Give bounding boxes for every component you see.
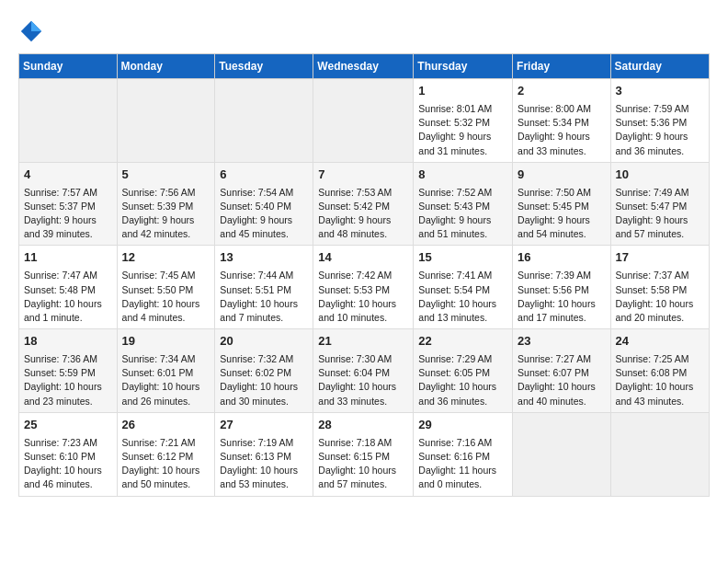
calendar-cell: 16Sunrise: 7:39 AMSunset: 5:56 PMDayligh… [513,246,611,329]
day-number: 25 [24,417,112,434]
day-number: 21 [318,333,408,350]
day-info-line: Sunset: 6:01 PM [122,366,210,380]
day-info-line: and 51 minutes. [418,227,507,241]
day-info-line: Daylight: 10 hours [318,297,408,311]
day-info-line: Daylight: 10 hours [220,297,308,311]
day-info-line: Sunset: 5:42 PM [318,200,408,213]
day-info-line: and 48 minutes. [318,227,408,241]
calendar-week-row: 1Sunrise: 8:01 AMSunset: 5:32 PMDaylight… [19,79,710,163]
day-info-line: Sunrise: 7:59 AM [616,102,704,116]
day-info-line: and 36 minutes. [616,144,704,158]
day-number: 18 [24,333,112,350]
day-info-line: and 20 minutes. [616,311,704,325]
calendar-cell: 22Sunrise: 7:29 AMSunset: 6:05 PMDayligh… [414,329,513,413]
calendar-cell: 19Sunrise: 7:34 AMSunset: 6:01 PMDayligh… [117,329,215,413]
day-info-line: Daylight: 10 hours [122,464,210,477]
day-info-line: and 53 minutes. [220,477,308,491]
day-number: 5 [122,167,210,184]
calendar-cell: 23Sunrise: 7:27 AMSunset: 6:07 PMDayligh… [513,329,611,413]
day-info-line: and 45 minutes. [220,227,308,241]
day-info-line: Sunset: 5:56 PM [518,283,606,297]
day-info-line: Sunset: 5:32 PM [418,116,507,130]
day-number: 22 [418,333,507,350]
day-info-line: Sunrise: 7:23 AM [24,436,112,450]
day-info-line: Sunset: 6:04 PM [318,366,408,380]
day-info-line: Daylight: 10 hours [518,297,606,311]
day-info-line: Sunrise: 7:47 AM [24,269,112,282]
day-info-line: Sunset: 5:54 PM [418,283,507,297]
day-info-line: and 30 minutes. [220,395,308,408]
day-info-line: Daylight: 9 hours [518,130,606,144]
day-info-line: Sunset: 5:37 PM [24,200,112,213]
day-info-line: Daylight: 10 hours [220,464,308,477]
calendar-cell: 27Sunrise: 7:19 AMSunset: 6:13 PMDayligh… [215,412,313,496]
day-info-line: Daylight: 10 hours [24,297,112,311]
day-info-line: Daylight: 9 hours [122,213,210,227]
day-info-line: Daylight: 10 hours [122,380,210,394]
day-info-line: and 33 minutes. [318,395,408,408]
day-info-line: Sunrise: 7:39 AM [518,269,606,282]
day-info-line: Sunset: 6:05 PM [418,366,507,380]
day-info-line: Sunrise: 8:00 AM [518,102,606,116]
day-info-line: Sunrise: 7:50 AM [518,186,606,200]
day-info-line: Sunrise: 7:53 AM [318,186,408,200]
day-info-line: Sunrise: 7:42 AM [318,269,408,282]
day-info-line: Sunrise: 8:01 AM [418,102,507,116]
day-number: 26 [122,417,210,434]
day-number: 14 [318,249,408,267]
day-info-line: Daylight: 10 hours [418,297,507,311]
day-info-line: Sunrise: 7:41 AM [418,269,507,282]
day-info-line: Daylight: 10 hours [24,380,112,394]
day-info-line: Sunrise: 7:25 AM [616,352,704,366]
day-number: 12 [122,249,210,267]
day-info-line: and 54 minutes. [518,227,606,241]
day-info-line: Sunset: 6:08 PM [616,366,704,380]
day-number: 6 [220,167,308,184]
day-info-line: and 39 minutes. [24,227,112,241]
calendar-cell [215,79,313,163]
day-info-line: Sunset: 6:02 PM [220,366,308,380]
calendar-cell: 15Sunrise: 7:41 AMSunset: 5:54 PMDayligh… [414,246,513,329]
day-info-line: Sunset: 5:48 PM [24,283,112,297]
day-info-line: and 17 minutes. [518,311,606,325]
day-number: 29 [418,417,507,434]
page-header [18,18,710,44]
day-info-line: Daylight: 10 hours [616,380,704,394]
calendar-cell: 4Sunrise: 7:57 AMSunset: 5:37 PMDaylight… [19,162,118,246]
day-info-line: Sunset: 5:59 PM [24,366,112,380]
day-info-line: Daylight: 9 hours [418,213,507,227]
calendar-cell: 1Sunrise: 8:01 AMSunset: 5:32 PMDaylight… [414,79,513,163]
day-info-line: Sunset: 5:47 PM [616,200,704,213]
calendar-week-row: 11Sunrise: 7:47 AMSunset: 5:48 PMDayligh… [19,246,710,329]
day-info-line: Sunrise: 7:21 AM [122,436,210,450]
day-number: 24 [616,333,704,350]
calendar-cell: 13Sunrise: 7:44 AMSunset: 5:51 PMDayligh… [215,246,313,329]
day-number: 4 [24,167,112,184]
day-info-line: Sunset: 5:53 PM [318,283,408,297]
day-info-line: Daylight: 11 hours [418,464,507,477]
day-info-line: Daylight: 10 hours [24,464,112,477]
day-info-line: Sunrise: 7:30 AM [318,352,408,366]
day-info-line: Sunset: 6:13 PM [220,450,308,464]
day-number: 28 [318,417,408,434]
calendar-body: 1Sunrise: 8:01 AMSunset: 5:32 PMDaylight… [19,79,710,497]
calendar-week-row: 18Sunrise: 7:36 AMSunset: 5:59 PMDayligh… [19,329,710,413]
day-number: 27 [220,417,308,434]
calendar-cell: 10Sunrise: 7:49 AMSunset: 5:47 PMDayligh… [610,162,709,246]
day-number: 10 [616,167,704,184]
calendar-cell: 8Sunrise: 7:52 AMSunset: 5:43 PMDaylight… [414,162,513,246]
day-info-line: Daylight: 9 hours [616,213,704,227]
svg-marker-1 [31,21,41,31]
day-info-line: and 46 minutes. [24,477,112,491]
calendar-cell: 17Sunrise: 7:37 AMSunset: 5:58 PMDayligh… [610,246,709,329]
calendar-cell: 3Sunrise: 7:59 AMSunset: 5:36 PMDaylight… [610,79,709,163]
calendar-cell: 20Sunrise: 7:32 AMSunset: 6:02 PMDayligh… [215,329,313,413]
calendar-cell: 12Sunrise: 7:45 AMSunset: 5:50 PMDayligh… [117,246,215,329]
day-info-line: Sunset: 5:58 PM [616,283,704,297]
day-info-line: and 57 minutes. [616,227,704,241]
day-info-line: and 0 minutes. [418,477,507,491]
day-info-line: Sunset: 5:39 PM [122,200,210,213]
day-of-week-header: Saturday [610,54,709,79]
day-info-line: Sunrise: 7:45 AM [122,269,210,282]
day-of-week-header: Friday [513,54,611,79]
